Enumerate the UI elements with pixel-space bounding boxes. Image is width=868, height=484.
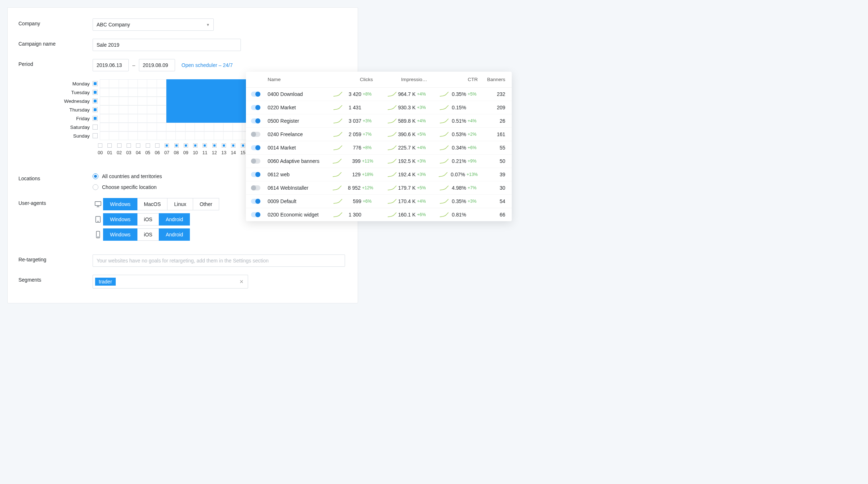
- hour-checkbox[interactable]: [222, 143, 226, 148]
- scheduler-cell[interactable]: [157, 97, 166, 105]
- scheduler-cell[interactable]: [138, 114, 147, 123]
- hour-checkbox[interactable]: [241, 143, 245, 148]
- ua-btn-windows[interactable]: Windows: [103, 213, 137, 226]
- col-banners[interactable]: Banners: [478, 77, 507, 82]
- scheduler-day-checkbox[interactable]: [93, 125, 98, 130]
- scheduler-cell[interactable]: [166, 97, 176, 105]
- scheduler-cell[interactable]: [195, 97, 204, 105]
- scheduler-cell[interactable]: [147, 114, 157, 123]
- company-select[interactable]: ABC Company ▼: [93, 18, 214, 31]
- scheduler-cell[interactable]: [204, 114, 214, 123]
- hour-checkbox[interactable]: [184, 143, 188, 148]
- scheduler-day-checkbox[interactable]: [93, 133, 98, 138]
- scheduler-cell[interactable]: [186, 105, 195, 114]
- scheduler-cell[interactable]: [119, 79, 128, 88]
- scheduler-cell[interactable]: [109, 131, 119, 140]
- scheduler-cell[interactable]: [166, 105, 176, 114]
- scheduler-cell[interactable]: [186, 114, 195, 123]
- row-name[interactable]: 0200 Economic widget: [268, 212, 332, 218]
- col-clicks[interactable]: Clicks: [332, 77, 374, 82]
- scheduler-cell[interactable]: [166, 123, 176, 131]
- scheduler-cell[interactable]: [128, 79, 138, 88]
- scheduler-cell[interactable]: [204, 131, 214, 140]
- scheduler-cell[interactable]: [176, 105, 185, 114]
- scheduler-day-checkbox[interactable]: [93, 107, 98, 112]
- scheduler-cell[interactable]: [233, 97, 242, 105]
- scheduler-cell[interactable]: [128, 131, 138, 140]
- scheduler-cell[interactable]: [214, 88, 224, 97]
- scheduler-cell[interactable]: [109, 114, 119, 123]
- scheduler-cell[interactable]: [224, 131, 233, 140]
- scheduler-day-checkbox[interactable]: [93, 81, 98, 86]
- ua-btn-windows[interactable]: Windows: [103, 228, 137, 241]
- scheduler-cell[interactable]: [128, 97, 138, 105]
- hour-checkbox[interactable]: [231, 143, 235, 148]
- scheduler-cell[interactable]: [128, 88, 138, 97]
- hour-checkbox[interactable]: [165, 143, 169, 148]
- scheduler-cell[interactable]: [109, 123, 119, 131]
- scheduler-cell[interactable]: [119, 105, 128, 114]
- scheduler-cell[interactable]: [214, 79, 224, 88]
- scheduler-cell[interactable]: [186, 79, 195, 88]
- scheduler-cell[interactable]: [147, 105, 157, 114]
- scheduler-cell[interactable]: [100, 88, 109, 97]
- hour-checkbox[interactable]: [146, 143, 150, 148]
- close-icon[interactable]: ×: [237, 278, 246, 286]
- row-toggle[interactable]: [251, 105, 260, 110]
- retarget-input[interactable]: Your websites have no goals for retarget…: [93, 254, 345, 267]
- scheduler-cell[interactable]: [128, 105, 138, 114]
- row-name[interactable]: 0500 Register: [268, 118, 332, 124]
- scheduler-cell[interactable]: [195, 79, 204, 88]
- campaign-name-input[interactable]: Sale 2019: [93, 39, 241, 51]
- scheduler-cell[interactable]: [109, 105, 119, 114]
- row-name[interactable]: 0400 Download: [268, 91, 332, 97]
- scheduler-cell[interactable]: [204, 123, 214, 131]
- row-toggle[interactable]: [251, 212, 260, 217]
- scheduler-cell[interactable]: [157, 105, 166, 114]
- hour-checkbox[interactable]: [155, 143, 159, 148]
- scheduler-cell[interactable]: [166, 79, 176, 88]
- scheduler-cell[interactable]: [109, 79, 119, 88]
- scheduler-cell[interactable]: [109, 88, 119, 97]
- scheduler-cell[interactable]: [195, 105, 204, 114]
- row-toggle[interactable]: [251, 199, 260, 204]
- scheduler-cell[interactable]: [128, 123, 138, 131]
- scheduler-cell[interactable]: [100, 131, 109, 140]
- hour-checkbox[interactable]: [136, 143, 140, 148]
- hour-checkbox[interactable]: [98, 143, 102, 148]
- scheduler-cell[interactable]: [233, 79, 242, 88]
- ua-btn-android[interactable]: Android: [159, 228, 190, 241]
- row-name[interactable]: 0009 Default: [268, 198, 332, 204]
- scheduler-cell[interactable]: [214, 131, 224, 140]
- ua-btn-ios[interactable]: iOS: [137, 228, 159, 241]
- period-to-input[interactable]: 2019.08.09: [139, 59, 175, 71]
- scheduler-cell[interactable]: [119, 97, 128, 105]
- col-name[interactable]: Name: [268, 77, 332, 82]
- scheduler-cell[interactable]: [233, 88, 242, 97]
- col-ctr[interactable]: CTR: [429, 77, 478, 82]
- scheduler-cell[interactable]: [119, 88, 128, 97]
- scheduler-cell[interactable]: [176, 88, 185, 97]
- ua-btn-android[interactable]: Android: [159, 213, 190, 226]
- scheduler-cell[interactable]: [204, 97, 214, 105]
- scheduler-day-checkbox[interactable]: [93, 90, 98, 95]
- scheduler-cell[interactable]: [166, 131, 176, 140]
- hour-checkbox[interactable]: [212, 143, 217, 148]
- row-toggle[interactable]: [251, 145, 260, 150]
- scheduler-cell[interactable]: [109, 97, 119, 105]
- scheduler-cell[interactable]: [166, 88, 176, 97]
- hour-checkbox[interactable]: [107, 143, 112, 148]
- scheduler-cell[interactable]: [147, 79, 157, 88]
- row-name[interactable]: 0060 Adaptive banners: [268, 158, 332, 164]
- scheduler-cell[interactable]: [138, 97, 147, 105]
- scheduler-cell[interactable]: [166, 114, 176, 123]
- scheduler-cell[interactable]: [138, 88, 147, 97]
- scheduler-cell[interactable]: [186, 97, 195, 105]
- scheduler-cell[interactable]: [224, 114, 233, 123]
- hour-checkbox[interactable]: [117, 143, 122, 148]
- scheduler-cell[interactable]: [138, 105, 147, 114]
- row-toggle[interactable]: [251, 92, 260, 97]
- scheduler-cell[interactable]: [100, 105, 109, 114]
- row-toggle[interactable]: [251, 118, 260, 123]
- scheduler-cell[interactable]: [195, 88, 204, 97]
